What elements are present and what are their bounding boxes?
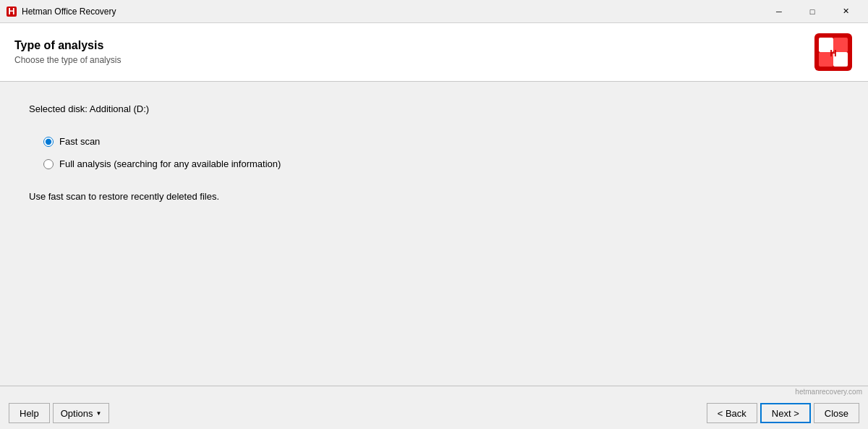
analysis-type-group: Fast scan Full analysis (searching for a… xyxy=(43,136,839,169)
window-close-button[interactable]: ✕ xyxy=(829,0,862,23)
options-dropdown-arrow: ▼ xyxy=(96,410,102,417)
window-title: Hetman Office Recovery xyxy=(22,7,762,17)
close-button[interactable]: Close xyxy=(814,403,859,423)
footer-buttons: Help Options ▼ < Back Next > Close xyxy=(0,397,868,429)
fast-scan-radio[interactable] xyxy=(43,137,54,147)
hint-text: Use fast scan to restore recently delete… xyxy=(29,191,839,202)
watermark: hetmanrecovery.com xyxy=(0,386,868,397)
full-analysis-option[interactable]: Full analysis (searching for any availab… xyxy=(43,158,839,169)
minimize-button[interactable]: ─ xyxy=(762,0,796,23)
wizard-header: Type of analysis Choose the type of anal… xyxy=(0,23,868,82)
fast-scan-option[interactable]: Fast scan xyxy=(43,136,839,147)
fast-scan-label: Fast scan xyxy=(59,136,100,147)
page-title: Type of analysis xyxy=(14,39,121,52)
svg-text:H: H xyxy=(8,6,14,17)
svg-text:H: H xyxy=(830,48,836,59)
window-controls: ─ □ ✕ xyxy=(762,0,862,23)
back-button[interactable]: < Back xyxy=(707,403,757,423)
maximize-button[interactable]: □ xyxy=(796,0,829,23)
help-button[interactable]: Help xyxy=(9,403,50,423)
app-icon: H xyxy=(6,6,17,17)
page-subtitle: Choose the type of analysis xyxy=(14,55,121,65)
titlebar: H Hetman Office Recovery ─ □ ✕ xyxy=(0,0,868,23)
footer-left-buttons: Help Options ▼ xyxy=(9,403,109,423)
app-logo: H xyxy=(813,32,854,72)
options-button[interactable]: Options ▼ xyxy=(53,403,110,423)
main-content: Selected disk: Additional (D:) Fast scan… xyxy=(0,82,868,386)
header-text-block: Type of analysis Choose the type of anal… xyxy=(14,39,121,65)
footer-right-buttons: < Back Next > Close xyxy=(707,403,859,423)
full-analysis-label: Full analysis (searching for any availab… xyxy=(59,158,281,169)
next-button[interactable]: Next > xyxy=(760,403,811,423)
options-label: Options xyxy=(61,408,93,419)
full-analysis-radio[interactable] xyxy=(43,159,54,169)
selected-disk-label: Selected disk: Additional (D:) xyxy=(29,103,839,114)
